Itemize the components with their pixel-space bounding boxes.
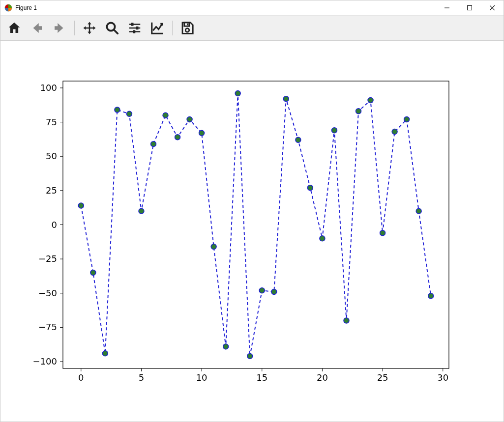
data-point — [259, 288, 265, 293]
data-point — [199, 130, 205, 136]
data-point — [163, 113, 168, 118]
data-point — [416, 208, 421, 214]
arrow-left-icon — [30, 21, 44, 35]
y-tick-label: 25 — [46, 185, 57, 196]
close-icon — [490, 5, 495, 10]
x-tick-label: 25 — [377, 372, 388, 383]
y-tick-label: 100 — [40, 83, 57, 93]
toolbar-separator — [74, 21, 75, 35]
data-point — [235, 91, 240, 96]
data-point — [211, 244, 216, 250]
zoom-button[interactable] — [102, 19, 122, 37]
y-tick-label: −75 — [38, 322, 57, 332]
data-point — [331, 128, 337, 133]
figure-canvas[interactable]: 051015202530−100−75−50−250255075100 — [0, 41, 504, 422]
data-point — [175, 135, 180, 140]
edit-axes-button[interactable] — [148, 19, 167, 37]
data-point — [296, 137, 301, 142]
sliders-icon — [127, 21, 142, 35]
y-tick-label: 0 — [52, 220, 57, 230]
data-point — [356, 109, 361, 114]
data-point — [271, 289, 277, 295]
save-button[interactable] — [178, 19, 197, 37]
window-maximize-button[interactable] — [458, 0, 481, 15]
x-tick-label: 30 — [437, 372, 448, 383]
minimize-icon — [445, 5, 449, 10]
data-point — [283, 96, 289, 102]
maximize-icon — [467, 5, 472, 10]
x-tick-label: 10 — [196, 372, 208, 383]
data-point — [247, 353, 253, 359]
svg-rect-9 — [63, 81, 449, 368]
home-button[interactable] — [4, 19, 24, 37]
zoom-icon — [105, 21, 119, 35]
plot: 051015202530−100−75−50−250255075100 — [0, 41, 504, 422]
window-close-button[interactable] — [481, 0, 504, 15]
y-tick-label: −50 — [38, 288, 57, 298]
data-point — [90, 270, 96, 276]
data-point — [380, 230, 385, 236]
svg-rect-7 — [187, 24, 188, 26]
toolbar-separator — [172, 21, 173, 35]
save-icon — [180, 21, 195, 35]
data-point — [150, 141, 156, 147]
axes-chart-icon — [150, 21, 165, 35]
x-tick-label: 0 — [78, 372, 84, 383]
data-point — [223, 344, 229, 349]
window-title: Figure 1 — [15, 4, 37, 11]
svg-rect-4 — [136, 27, 139, 29]
data-point — [102, 351, 108, 356]
svg-rect-3 — [131, 23, 134, 26]
data-point — [307, 185, 313, 191]
app-icon — [4, 4, 12, 12]
configure-subplots-button[interactable] — [125, 19, 145, 37]
x-tick-label: 20 — [317, 372, 328, 383]
svg-point-8 — [185, 28, 189, 32]
data-point — [187, 117, 192, 122]
y-tick-label: 75 — [46, 117, 57, 127]
svg-rect-6 — [184, 23, 189, 27]
x-tick-label: 5 — [139, 372, 144, 383]
data-point — [115, 107, 120, 113]
data-point — [344, 318, 349, 323]
titlebar: Figure 1 — [0, 0, 504, 16]
data-point — [404, 117, 410, 122]
data-point — [428, 293, 434, 299]
arrow-right-icon — [52, 21, 67, 35]
pan-icon — [82, 21, 97, 35]
data-point — [368, 98, 373, 103]
data-point — [392, 129, 397, 135]
y-tick-label: −25 — [38, 253, 57, 264]
x-tick-label: 15 — [256, 372, 267, 383]
pan-button[interactable] — [80, 19, 99, 37]
y-tick-label: −100 — [33, 356, 57, 366]
app-window: Figure 1 — [0, 0, 504, 422]
data-point — [126, 111, 132, 116]
back-button[interactable] — [27, 19, 47, 37]
window-minimize-button[interactable] — [436, 0, 458, 15]
svg-rect-5 — [133, 30, 135, 33]
data-point — [320, 236, 325, 241]
data-point — [139, 208, 144, 214]
home-icon — [7, 21, 22, 35]
svg-rect-1 — [468, 6, 472, 10]
forward-button[interactable] — [50, 19, 69, 37]
data-point — [78, 203, 84, 208]
y-tick-label: 50 — [46, 151, 57, 161]
toolbar — [0, 16, 504, 41]
